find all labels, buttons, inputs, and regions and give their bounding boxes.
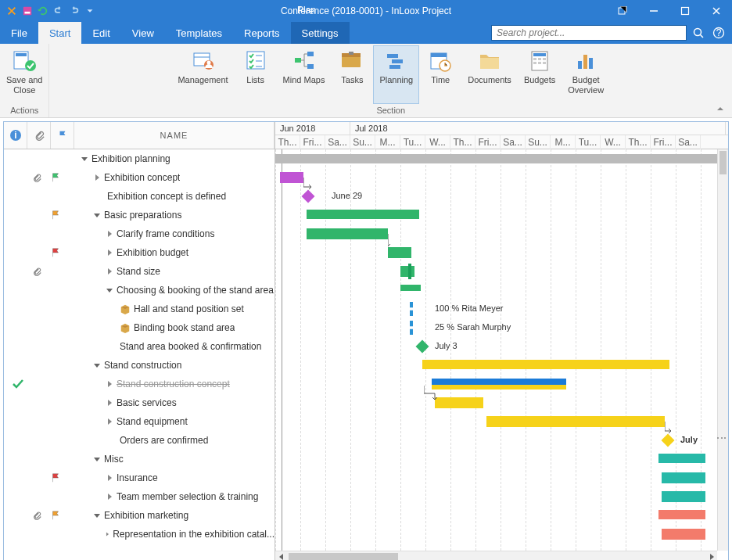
vertical-scrollbar[interactable] [717,149,728,551]
budget-overview-icon [573,48,598,74]
task-row[interactable]: Exhibition planning [4,149,274,168]
task-bar[interactable] [307,228,388,239]
save-icon[interactable] [20,4,34,18]
task-bar[interactable] [410,302,413,316]
summary-bar[interactable] [658,510,705,519]
budgets-button[interactable]: Budgets [518,45,562,104]
refresh-icon[interactable] [36,4,50,18]
summary-bar[interactable] [422,360,669,369]
task-row[interactable]: Clarify frame conditions [4,224,274,243]
task-row[interactable]: Exhibition concept [4,168,274,187]
milestone[interactable] [662,434,675,447]
task-bar[interactable] [662,472,705,483]
task-row[interactable]: Binding book stand area [4,318,274,337]
planning-icon [384,48,409,74]
day-cell: M... [551,135,576,149]
task-row[interactable]: Basic services [4,393,274,412]
svg-rect-4 [682,8,689,15]
horizontal-scrollbar[interactable] [275,551,717,560]
info-column-header[interactable]: i [4,122,27,149]
save-close-button[interactable]: Save and Close [0,45,48,104]
menu-reports[interactable]: Reports [233,22,291,44]
lists-button[interactable]: Lists [235,45,277,104]
task-name-cell: Binding book stand area [65,322,235,333]
help-button[interactable]: ? [710,24,727,41]
row-flag-icon [46,172,65,183]
task-row[interactable]: Orders are confirmed [4,431,274,450]
task-name-cell: Choosing & booking of the stand area [65,285,274,296]
summary-bar[interactable] [275,154,728,163]
task-row[interactable]: Hall and stand position set [4,300,274,318]
svg-point-15 [206,61,210,65]
svg-line-6 [701,35,704,38]
milestone[interactable] [302,190,315,203]
management-button[interactable]: Management [171,45,234,104]
scroll-left-button[interactable] [275,551,287,561]
planning-button[interactable]: Planning [373,45,419,104]
attach-column-header[interactable] [27,122,51,149]
documents-button[interactable]: Documents [461,45,518,104]
menu-edit[interactable]: Edit [81,22,120,44]
tasks-button[interactable]: Tasks [331,45,373,104]
row-flag-icon [46,210,65,221]
task-row[interactable]: Stand equipment [4,412,274,431]
search-input[interactable] [491,25,687,41]
search-button[interactable] [690,24,707,41]
milestone[interactable] [416,340,429,354]
summary-bar[interactable] [658,454,705,463]
menu-settings[interactable]: Settings [291,22,350,44]
documents-icon [477,48,502,74]
scroll-thumb[interactable] [289,553,398,561]
summary-bar[interactable] [307,210,419,219]
task-name-cell: Exhibition concept is defined [65,191,226,202]
menu-view[interactable]: View [121,22,165,44]
redo-icon[interactable] [67,4,81,18]
qat-dropdown-icon[interactable] [83,4,97,18]
task-row[interactable]: Team member selection & training [4,487,274,506]
svg-rect-40 [578,61,582,69]
summary-bar[interactable] [400,285,421,291]
task-bar[interactable] [486,416,665,427]
row-attach-icon [27,173,46,182]
minimize-button[interactable] [638,0,669,22]
close-button[interactable] [701,0,732,22]
task-bar[interactable] [400,266,414,277]
gantt-body[interactable]: June 29 100 % Rita Meyer 25 % Sarah Murp… [275,149,728,551]
task-row[interactable]: Representation in the exhibition catal..… [4,525,274,544]
undo-icon[interactable] [52,4,66,18]
task-row[interactable]: Choosing & booking of the stand area [4,281,274,300]
task-row[interactable]: Exhibition budget [4,243,274,262]
mindmaps-button[interactable]: Mind Maps [277,45,332,104]
task-row[interactable]: Stand construction concept [4,375,274,393]
maximize-button[interactable] [669,0,701,22]
task-row[interactable]: Exhibition marketing [4,506,274,525]
menu-start[interactable]: Start [38,22,81,44]
svg-text:i: i [14,130,16,141]
task-row[interactable]: Stand construction [4,356,274,375]
task-name-cell: Basic services [65,397,177,408]
budget-overview-button[interactable]: Budget Overview [562,45,610,104]
scroll-thumb[interactable] [719,151,727,174]
side-menu-icon[interactable]: ⋮ [716,433,728,442]
time-button[interactable]: Time [419,45,461,104]
task-bar[interactable] [408,264,411,279]
name-column-header[interactable]: NAME [74,122,274,149]
window-popup-icon[interactable] [607,0,638,22]
task-row[interactable]: Misc [4,450,274,468]
ribbon-collapse-icon[interactable] [715,103,726,114]
task-row[interactable]: Exhibition concept is defined [4,187,274,206]
task-row[interactable]: Basic preparations [4,206,274,224]
task-row[interactable]: Stand size [4,262,274,281]
task-bar[interactable] [435,397,483,408]
task-bar[interactable] [662,491,705,502]
scroll-right-button[interactable] [705,551,717,561]
flag-column-header[interactable] [51,122,74,149]
task-row[interactable]: Insurance [4,468,274,487]
task-bar[interactable] [410,321,413,335]
menu-templates[interactable]: Templates [165,22,233,44]
task-bar[interactable] [280,172,303,183]
task-bar[interactable] [662,529,705,540]
menu-file[interactable]: File [0,22,38,44]
bar-label: 100 % Rita Meyer [435,303,503,313]
task-row[interactable]: Stand area booked & confirmation [4,337,274,356]
